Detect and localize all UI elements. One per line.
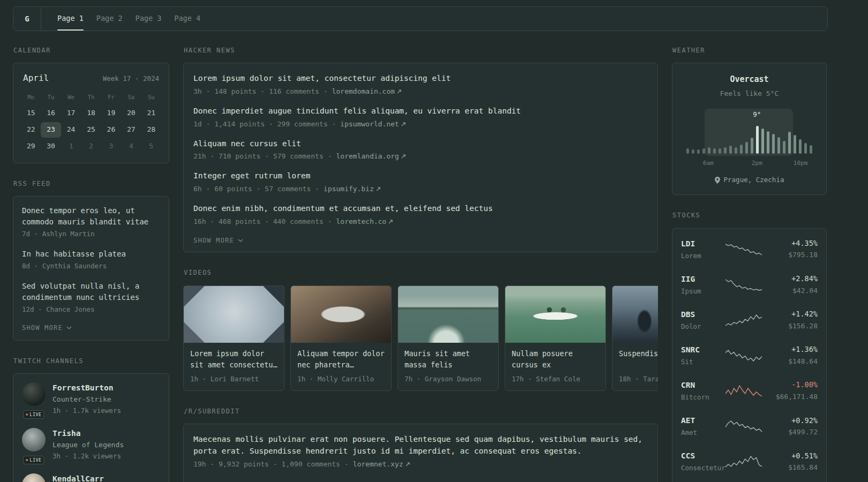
rss-item-title[interactable]: Sed volutpat nulla nisl, a condimentum n… [22,281,160,303]
hn-item-title[interactable]: Aliquam nec cursus elit [193,138,648,150]
stock-name: Consectetur [681,463,721,473]
hn-item-domain[interactable]: loremtech.co [336,217,393,225]
video-meta: 17h · Stefan Cole [512,374,599,384]
app-logo[interactable]: G [13,7,41,31]
stock-sparkline [725,313,762,327]
calendar-day: 1 [61,139,81,154]
hn-item-title[interactable]: Lorem ipsum dolor sit amet, consectetur … [193,73,648,85]
rss-item-title[interactable]: In hac habitasse platea [22,248,160,260]
video-card[interactable]: Mauris sit amet massa felis 7h · Grayson… [398,285,499,391]
weather-bar [735,147,737,154]
stock-row[interactable]: AET Amet +0.92% $499.72 [681,409,818,444]
rss-item-meta: 7d · Ashlyn Martin [22,229,160,239]
location-pin-icon [715,177,720,184]
channel-name[interactable]: ForrestBurton [53,382,121,394]
page-tab[interactable]: Page 3 [129,7,168,31]
stock-name: Sit [681,357,721,367]
stock-info: LDI Lorem [681,238,721,261]
hn-item-title[interactable]: Donec enim nibh, condimentum et accumsan… [193,203,648,215]
hn-item-title[interactable]: Donec imperdiet augue tincidunt felis al… [193,106,648,117]
calendar-day: 5 [141,139,161,154]
stock-row[interactable]: AHS +0.46% [681,479,818,482]
weather-bar [756,126,759,154]
rss-item: Donec tempor eros leo, ut commodo mauris… [22,205,160,239]
video-title[interactable]: Aliquam tempor dolor nec pharetra… [297,348,385,371]
stock-row[interactable]: CRN Bitcorn -1.00% $66,171.48 [681,373,818,409]
rss-show-more-label: SHOW MORE [22,324,63,332]
weather-bar [708,147,710,154]
channel-info: ForrestBurton Counter-Strike 1h · 1.7k v… [53,382,121,416]
weather-bars [685,120,813,154]
rss-show-more-button[interactable]: SHOW MORE [22,324,72,332]
stock-change: +2.84% [766,274,818,284]
weather-bar [719,148,721,154]
hn-item-domain[interactable]: loremdomain.com [332,87,401,95]
video-card[interactable]: Suspendisse diam 18h · Tara [612,285,658,391]
hn-item-title[interactable]: Integer eget rutrum lorem [193,170,648,182]
hn-item-stats: 1d · 1,414 points · 299 comments · [193,120,336,128]
hn-item-stats: 3h · 148 points · 116 comments · [193,87,327,95]
external-link-icon [376,187,380,191]
channel-name[interactable]: KendallCarr [53,473,104,482]
stock-row[interactable]: CCS Consectetur +0.51% $165.84 [681,444,818,479]
chevron-down-icon [238,239,243,242]
stock-row[interactable]: SNRC Sit +1.36% $148.64 [681,338,818,373]
channel-name[interactable]: Trisha [53,428,124,439]
subreddit-item-title[interactable]: Maecenas mollis pulvinar erat non posuer… [193,434,648,457]
page-tab[interactable]: Page 1 [51,7,90,31]
subreddit-header: /R/SUBREDDIT [184,407,658,416]
stock-values: +0.51% $165.84 [766,451,818,473]
stock-change: +0.51% [766,451,818,462]
stock-sparkline [725,419,762,433]
stock-price: $42.04 [766,286,818,296]
subreddit-item-domain[interactable]: loremnet.xyz [353,460,410,468]
stock-sparkline [725,455,762,469]
stocks-widget: STOCKS LDI Lorem +4.35% $795.18 [672,211,827,482]
twitch-channel[interactable]: LIVE ForrestBurton Counter-Strike 1h · 1… [22,382,160,416]
left-column: CALENDAR April Week 17 · 2024 MoTuWeThFr… [13,46,169,482]
twitch-channel[interactable]: KendallCarr [22,473,160,482]
hn-item-domain[interactable]: ipsumify.biz [324,185,380,193]
calendar-day: 25 [81,122,101,138]
live-badge: LIVE [23,410,44,419]
hn-item: Donec imperdiet augue tincidunt felis al… [193,106,648,130]
video-thumbnail [184,286,284,343]
hn-item-domain-label: loremtech.co [336,217,386,225]
rss-item-title[interactable]: Donec tempor eros leo, ut commodo mauris… [22,205,160,228]
page-tab[interactable]: Page 2 [90,7,129,31]
hn-show-more-button[interactable]: SHOW MORE [193,237,243,244]
weather-chart: 9° [685,120,813,154]
hn-item-meta: 21h · 710 points · 579 comments ·loremla… [193,152,648,162]
video-thumbnail [612,286,658,343]
calendar-day: 19 [101,106,121,121]
video-card[interactable]: Nullam posuere cursus ex 17h · Stefan Co… [505,285,606,391]
hn-item-domain[interactable]: loremlandia.org [336,152,405,160]
day-of-week-label: We [61,93,81,101]
twitch-card: LIVE ForrestBurton Counter-Strike 1h · 1… [13,373,169,482]
page-tab[interactable]: Page 4 [168,7,207,31]
calendar-week-year: Week 17 · 2024 [103,74,159,84]
video-card[interactable]: Aliquam tempor dolor nec pharetra… 1h · … [290,285,392,391]
hn-show-more-label: SHOW MORE [193,237,234,244]
calendar-day: 17 [61,106,81,121]
video-card[interactable]: Lorem ipsum dolor sit amet consectetu… 1… [183,285,285,391]
weather-bar [761,129,764,154]
channel-viewers: 3h · 1.2k viewers [53,451,124,461]
weather-widget: WEATHER Overcast Feels like 5°C 9° 6am2p… [672,46,827,195]
stock-name: Dolor [681,322,721,332]
weather-bar [729,146,732,154]
day-of-week-label: Su [141,93,161,101]
video-title[interactable]: Nullam posuere cursus ex [512,348,599,371]
stock-row[interactable]: IIG Ipsum +2.84% $42.04 [681,267,818,303]
video-title[interactable]: Suspendisse diam [619,348,658,371]
stock-row[interactable]: LDI Lorem +4.35% $795.18 [681,232,818,267]
video-title[interactable]: Mauris sit amet massa felis [405,348,492,371]
subreddit-item: Maecenas mollis pulvinar erat non posuer… [193,434,648,469]
stock-row[interactable]: DBS Dolor +1.42% $156.28 [681,303,818,338]
video-title[interactable]: Lorem ipsum dolor sit amet consectetu… [190,348,278,371]
hackernews-widget: HACKER NEWS Lorem ipsum dolor sit amet, … [183,46,658,252]
hn-item-domain[interactable]: ipsumworld.net [340,120,406,128]
twitch-channel[interactable]: LIVE Trisha League of Legends 3h · 1.2k … [22,428,160,461]
stock-info: AET Amet [681,415,721,438]
stock-change: +1.36% [766,344,818,355]
